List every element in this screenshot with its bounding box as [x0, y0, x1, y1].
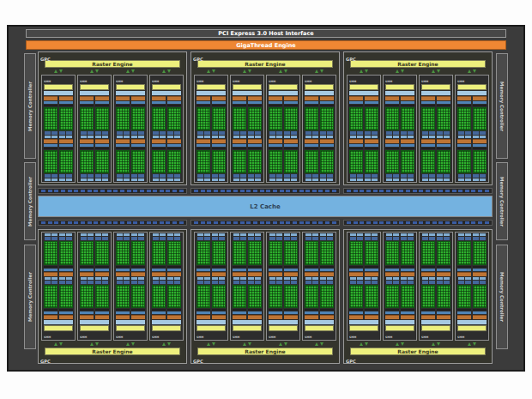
dispatch-unit-bar [248, 311, 262, 314]
texture-unit-dash [408, 281, 414, 284]
core-column [80, 241, 94, 276]
crossbar-dash [94, 221, 98, 224]
l1-cache-dash [240, 178, 246, 181]
cuda-core-grid [80, 241, 94, 265]
texture-unit-dash [66, 237, 72, 240]
raster-smm-arrows [193, 69, 337, 74]
cuda-core-grid [95, 285, 109, 309]
l1-cache-dash [131, 277, 137, 280]
texture-unit-dash [197, 237, 203, 240]
dispatch-unit-bar [196, 101, 210, 104]
l1-cache-dash [386, 178, 392, 181]
l1-cache-dash [458, 136, 464, 138]
crossbar-dash [221, 190, 225, 192]
smm-row: SMMSMMSMMSMM [193, 75, 337, 183]
l1-cache-dash [365, 136, 371, 138]
cuda-core-grid [437, 107, 450, 130]
memory-controller-block: Memory Controller [496, 245, 508, 349]
polymorph-engine-bar [80, 84, 109, 90]
l1-cache-dash [473, 277, 479, 280]
core-column [365, 96, 378, 130]
warp-scheduler-bar [349, 96, 363, 100]
l1-cache-dash [131, 178, 137, 181]
l1-cache-dash [95, 136, 101, 138]
l1-cache-dash [59, 136, 65, 138]
l1-cache-row [457, 233, 487, 236]
cuda-core-grid [131, 107, 145, 130]
warp-scheduler-bar [44, 315, 57, 319]
texture-unit-dash [276, 131, 282, 135]
warp-scheduler-bar [248, 272, 262, 276]
l1-cache-dash [233, 277, 239, 280]
dispatch-unit-bar [116, 269, 130, 271]
arrow-pair [454, 69, 490, 74]
cuda-core-grid [248, 107, 262, 130]
texture-l1-section [349, 174, 378, 181]
warp-scheduler-bar [59, 139, 73, 143]
processing-block [385, 241, 414, 276]
warp-scheduler-bar [131, 96, 145, 100]
smm-label-text: SMM [349, 336, 356, 338]
core-column [269, 285, 282, 320]
warp-scheduler-bar [233, 96, 246, 100]
l1-cache-dash [372, 136, 378, 138]
l1-cache-row [116, 136, 145, 138]
polymorph-engine-bar [196, 325, 226, 331]
crossbar-dash [325, 190, 329, 192]
processing-block [385, 139, 414, 173]
warp-scheduler-bar [116, 96, 130, 100]
crossbar-dash [373, 221, 378, 224]
texture-unit-dash [117, 174, 123, 178]
texture-unit-dash [160, 281, 166, 284]
crossbar-dash [179, 221, 184, 224]
texture-l1-section [305, 233, 334, 240]
warp-scheduler-bar [421, 272, 435, 276]
instruction-cache-bar [152, 91, 181, 95]
texture-unit-dash [465, 237, 471, 240]
core-column [196, 285, 210, 320]
warp-scheduler-bar [385, 315, 399, 319]
instruction-cache-bar [80, 320, 109, 324]
arrow-up-icon [396, 342, 399, 346]
core-column [233, 139, 246, 173]
l1-cache-dash [95, 277, 101, 280]
texture-unit-dash [233, 237, 239, 240]
polymorph-engine-bar [421, 84, 450, 90]
crossbar-dash [160, 221, 164, 224]
texture-l1-section [80, 131, 109, 138]
crossbar-dash [88, 221, 92, 224]
core-column [212, 241, 226, 276]
l1-cache-dash [276, 178, 282, 181]
polymorph-engine-bar [233, 84, 262, 90]
smm-label: SMM [349, 332, 378, 339]
l1-cache-dash [45, 178, 51, 181]
l1-cache-row [152, 277, 181, 280]
core-column [401, 96, 414, 130]
texture-l1-section [44, 233, 73, 240]
processing-block [349, 139, 378, 173]
register-file-bar [320, 105, 334, 106]
smm-block: SMM [41, 232, 76, 341]
warp-scheduler-bar [59, 315, 73, 319]
warp-scheduler-bar [305, 272, 318, 276]
dispatch-unit-bar [212, 269, 226, 271]
arrow-down-icon [365, 70, 368, 73]
smm-block: SMM [347, 232, 381, 341]
instruction-cache-bar [385, 91, 414, 95]
texture-unit-dash [138, 131, 144, 135]
l1-cache-dash [327, 233, 333, 236]
register-file-bar [473, 105, 487, 106]
cuda-core-grid [349, 107, 363, 130]
crossbar-dash [253, 190, 257, 192]
arrow-pair [193, 69, 229, 74]
register-file-bar [437, 148, 450, 149]
register-file-bar [421, 266, 435, 268]
core-column [152, 241, 166, 276]
cuda-core-grid [167, 107, 181, 130]
l1-cache-row [349, 136, 378, 138]
register-file-bar [269, 266, 282, 268]
raster-engine-label: Raster Engine [397, 61, 438, 67]
register-file-bar [196, 105, 210, 106]
crossbar-dash [94, 190, 98, 192]
smm-label-text: SMM [421, 80, 428, 82]
